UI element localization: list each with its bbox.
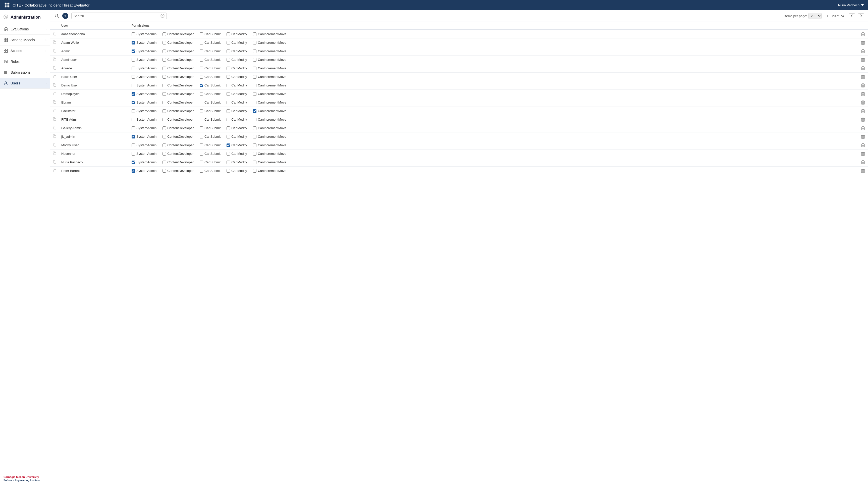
perm-canSubmit-checkbox[interactable] xyxy=(200,152,203,156)
perm-systemAdmin-checkbox[interactable] xyxy=(132,135,135,139)
delete-icon[interactable] xyxy=(861,92,866,96)
sidebar-item-submissions[interactable]: Submissions › xyxy=(0,67,50,78)
perm-systemAdmin-checkbox[interactable] xyxy=(132,32,135,36)
copy-icon[interactable] xyxy=(53,92,56,96)
copy-icon[interactable] xyxy=(53,169,56,173)
perm-canIncrementMove-checkbox[interactable] xyxy=(253,50,256,53)
perm-canModify-checkbox[interactable] xyxy=(226,67,230,70)
perm-canModify-checkbox[interactable] xyxy=(226,84,230,87)
add-user-button[interactable]: + xyxy=(62,13,68,19)
perm-contentDeveloper-checkbox[interactable] xyxy=(162,169,166,173)
perm-canIncrementMove-checkbox[interactable] xyxy=(253,118,256,121)
perm-canModify-checkbox[interactable] xyxy=(226,101,230,104)
copy-icon[interactable] xyxy=(53,50,56,53)
perm-canIncrementMove-checkbox[interactable] xyxy=(253,152,256,156)
delete-icon[interactable] xyxy=(861,66,866,70)
items-per-page-select[interactable]: 20 50 100 xyxy=(808,13,822,19)
perm-systemAdmin-checkbox[interactable] xyxy=(132,169,135,173)
perm-canSubmit-checkbox[interactable] xyxy=(200,50,203,53)
perm-canSubmit-checkbox[interactable] xyxy=(200,92,203,96)
perm-canIncrementMove-checkbox[interactable] xyxy=(253,109,256,113)
perm-canIncrementMove-checkbox[interactable] xyxy=(253,144,256,147)
delete-icon[interactable] xyxy=(861,58,866,62)
perm-systemAdmin-checkbox[interactable] xyxy=(132,101,135,104)
copy-icon[interactable] xyxy=(53,84,56,87)
copy-icon[interactable] xyxy=(53,160,56,164)
perm-canModify-checkbox[interactable] xyxy=(226,169,230,173)
perm-canSubmit-checkbox[interactable] xyxy=(200,109,203,113)
perm-contentDeveloper-checkbox[interactable] xyxy=(162,126,166,130)
delete-icon[interactable] xyxy=(861,100,866,104)
perm-canModify-checkbox[interactable] xyxy=(226,58,230,62)
perm-canIncrementMove-checkbox[interactable] xyxy=(253,160,256,164)
delete-icon[interactable] xyxy=(861,152,866,156)
delete-icon[interactable] xyxy=(861,126,866,130)
copy-icon[interactable] xyxy=(53,32,56,36)
copy-icon[interactable] xyxy=(53,109,56,113)
delete-icon[interactable] xyxy=(861,118,866,122)
perm-systemAdmin-checkbox[interactable] xyxy=(132,84,135,87)
search-clear-button[interactable] xyxy=(160,14,164,18)
perm-canSubmit-checkbox[interactable] xyxy=(200,118,203,121)
perm-canIncrementMove-checkbox[interactable] xyxy=(253,67,256,70)
perm-canSubmit-checkbox[interactable] xyxy=(200,169,203,173)
pagination-next-button[interactable] xyxy=(858,13,864,18)
perm-contentDeveloper-checkbox[interactable] xyxy=(162,101,166,104)
perm-canIncrementMove-checkbox[interactable] xyxy=(253,101,256,104)
perm-canSubmit-checkbox[interactable] xyxy=(200,144,203,147)
perm-canModify-checkbox[interactable] xyxy=(226,75,230,79)
perm-contentDeveloper-checkbox[interactable] xyxy=(162,152,166,156)
perm-canModify-checkbox[interactable] xyxy=(226,160,230,164)
copy-icon[interactable] xyxy=(53,126,56,130)
delete-icon[interactable] xyxy=(861,84,866,87)
copy-icon[interactable] xyxy=(53,144,56,147)
perm-systemAdmin-checkbox[interactable] xyxy=(132,126,135,130)
perm-canIncrementMove-checkbox[interactable] xyxy=(253,84,256,87)
copy-icon[interactable] xyxy=(53,75,56,79)
perm-systemAdmin-checkbox[interactable] xyxy=(132,118,135,121)
perm-canSubmit-checkbox[interactable] xyxy=(200,160,203,164)
perm-contentDeveloper-checkbox[interactable] xyxy=(162,92,166,96)
copy-icon[interactable] xyxy=(53,101,56,104)
perm-canModify-checkbox[interactable] xyxy=(226,41,230,44)
sidebar-item-evaluations[interactable]: Evaluations › xyxy=(0,24,50,35)
delete-icon[interactable] xyxy=(861,143,866,147)
perm-canSubmit-checkbox[interactable] xyxy=(200,75,203,79)
user-menu[interactable]: Nuria Pacheco xyxy=(838,3,864,7)
perm-canSubmit-checkbox[interactable] xyxy=(200,84,203,87)
perm-canModify-checkbox[interactable] xyxy=(226,152,230,156)
perm-canSubmit-checkbox[interactable] xyxy=(200,126,203,130)
perm-canIncrementMove-checkbox[interactable] xyxy=(253,169,256,173)
sidebar-item-actions[interactable]: Actions › xyxy=(0,45,50,56)
perm-canIncrementMove-checkbox[interactable] xyxy=(253,92,256,96)
copy-icon[interactable] xyxy=(53,118,56,122)
perm-canModify-checkbox[interactable] xyxy=(226,118,230,121)
perm-canIncrementMove-checkbox[interactable] xyxy=(253,41,256,44)
copy-icon[interactable] xyxy=(53,41,56,45)
delete-icon[interactable] xyxy=(861,49,866,53)
perm-canIncrementMove-checkbox[interactable] xyxy=(253,32,256,36)
perm-contentDeveloper-checkbox[interactable] xyxy=(162,144,166,147)
perm-contentDeveloper-checkbox[interactable] xyxy=(162,118,166,121)
perm-systemAdmin-checkbox[interactable] xyxy=(132,144,135,147)
copy-icon[interactable] xyxy=(53,58,56,62)
delete-icon[interactable] xyxy=(861,135,866,139)
delete-icon[interactable] xyxy=(861,75,866,79)
perm-canModify-checkbox[interactable] xyxy=(226,50,230,53)
perm-systemAdmin-checkbox[interactable] xyxy=(132,75,135,79)
perm-systemAdmin-checkbox[interactable] xyxy=(132,67,135,70)
perm-contentDeveloper-checkbox[interactable] xyxy=(162,135,166,139)
perm-canIncrementMove-checkbox[interactable] xyxy=(253,58,256,62)
delete-icon[interactable] xyxy=(861,41,866,45)
copy-icon[interactable] xyxy=(53,135,56,139)
perm-contentDeveloper-checkbox[interactable] xyxy=(162,75,166,79)
perm-canSubmit-checkbox[interactable] xyxy=(200,101,203,104)
perm-contentDeveloper-checkbox[interactable] xyxy=(162,84,166,87)
perm-systemAdmin-checkbox[interactable] xyxy=(132,92,135,96)
copy-icon[interactable] xyxy=(53,152,56,156)
perm-canModify-checkbox[interactable] xyxy=(226,32,230,36)
delete-icon[interactable] xyxy=(861,169,866,173)
perm-contentDeveloper-checkbox[interactable] xyxy=(162,32,166,36)
close-icon[interactable] xyxy=(3,14,8,20)
perm-systemAdmin-checkbox[interactable] xyxy=(132,109,135,113)
